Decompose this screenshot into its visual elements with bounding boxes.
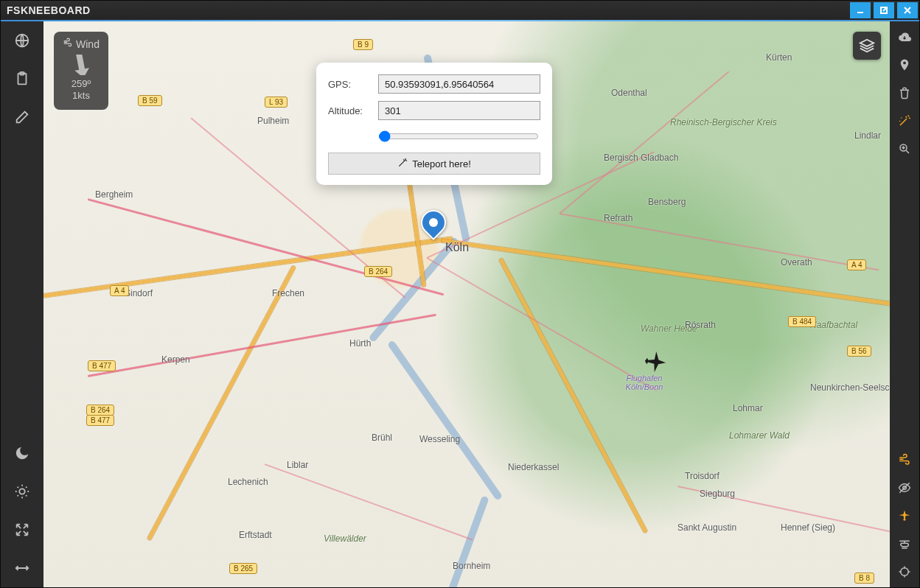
aircraft-icon: [642, 349, 669, 376]
route-badge: B 477: [86, 415, 114, 426]
route-badge: B 477: [88, 360, 116, 371]
gps-input[interactable]: [378, 74, 540, 94]
crosshair-icon[interactable]: [896, 564, 913, 580]
wind-toggle-icon[interactable]: [896, 452, 913, 468]
place-label: Lohmarer Wald: [729, 430, 790, 441]
minimize-button[interactable]: [850, 2, 871, 18]
route-badge: A 4: [110, 285, 129, 296]
route-badge: B 8: [854, 573, 874, 584]
place-label: Bergheim: [95, 189, 133, 200]
right-sidebar: [890, 21, 919, 587]
teleport-button[interactable]: Teleport here!: [328, 153, 540, 175]
app-window: FSKNEEBOARD: [0, 0, 920, 588]
gps-label: GPS:: [328, 79, 371, 90]
wind-arrow-icon: [66, 55, 96, 75]
place-label: Erftstadt: [239, 530, 272, 540]
place-label: Bergisch Gladbach: [604, 153, 678, 163]
helicopter-icon[interactable]: [896, 536, 913, 552]
plane-toggle-icon[interactable]: [896, 508, 913, 524]
magic-wand-icon: [397, 158, 408, 170]
place-label: Wesseling: [419, 434, 460, 444]
place-label: Lindlar: [854, 130, 881, 141]
place-label: Siegburg: [700, 489, 735, 499]
place-label: Pulheim: [257, 116, 289, 126]
map-pin-icon[interactable]: [896, 57, 913, 73]
city-label-koeln: Köln: [445, 241, 469, 254]
hresize-icon[interactable]: [13, 559, 31, 577]
place-label: Frechen: [272, 288, 304, 298]
app-title: FSKNEEBOARD: [7, 4, 91, 16]
pin-icon: [416, 205, 451, 240]
place-label: Sankt Augustin: [677, 522, 736, 533]
close-button[interactable]: [897, 2, 918, 18]
titlebar[interactable]: FSKNEEBOARD: [1, 1, 919, 21]
teleport-popup: GPS: Altitude: Teleport here!: [316, 63, 552, 185]
map[interactable]: Köln Flughafen Köln/Bonn BergheimPulheim…: [43, 21, 890, 587]
place-label: Rheinisch-Bergischer Kreis: [670, 117, 777, 127]
altitude-slider[interactable]: [378, 130, 539, 142]
place-label: Brühl: [372, 433, 392, 443]
place-label: Niederkassel: [508, 462, 559, 472]
place-label: Odenthal: [611, 88, 647, 98]
moon-icon[interactable]: [13, 444, 31, 462]
map-marker[interactable]: [421, 210, 447, 247]
place-label: Hennef (Sieg): [781, 522, 835, 533]
trash-icon[interactable]: [896, 85, 913, 101]
place-label: Overath: [781, 257, 812, 267]
svg-point-12: [901, 568, 909, 576]
place-label: Villewälder: [324, 533, 366, 544]
route-badge: B 59: [138, 95, 162, 106]
app-body: Köln Flughafen Köln/Bonn BergheimPulheim…: [1, 21, 919, 587]
clipboard-icon[interactable]: [13, 70, 31, 88]
altitude-input[interactable]: [378, 101, 540, 120]
place-label: Bornheim: [453, 561, 490, 571]
eye-off-icon[interactable]: [896, 480, 913, 496]
wind-direction: 259º: [58, 78, 104, 90]
expand-icon[interactable]: [13, 521, 31, 539]
airport-label: Flughafen Köln/Bonn: [618, 374, 670, 391]
place-label: Refrath: [604, 213, 632, 223]
cloud-download-icon[interactable]: [896, 29, 913, 45]
place-label: Naafbachtal: [810, 320, 857, 330]
route-badge: B 265: [229, 563, 257, 574]
zoom-in-icon[interactable]: [896, 141, 913, 157]
route-badge: B 484: [788, 316, 816, 327]
place-label: Liblar: [287, 460, 308, 470]
place-label: Bensberg: [648, 197, 686, 207]
place-label: Lechenich: [228, 477, 268, 487]
place-label: Lohmar: [733, 403, 763, 413]
route-badge: A 4: [847, 259, 866, 270]
teleport-button-label: Teleport here!: [412, 158, 471, 169]
place-label: Kerpen: [161, 354, 190, 365]
place-label: Rösrath: [685, 320, 716, 330]
globe-icon[interactable]: [13, 32, 31, 49]
route-badge: B 264: [86, 405, 114, 416]
route-badge: B 9: [353, 39, 373, 50]
popout-button[interactable]: [874, 2, 894, 18]
wind-widget: Wind 259º 1kts: [54, 32, 108, 110]
magic-wand-icon[interactable]: [896, 113, 913, 129]
route-badge: B 264: [364, 266, 392, 277]
route-badge: L 93: [265, 97, 288, 108]
wind-icon: [63, 38, 73, 50]
altitude-label: Altitude:: [328, 105, 371, 116]
wind-label: Wind: [76, 38, 100, 50]
place-label: Kürten: [766, 52, 792, 63]
edit-icon[interactable]: [13, 108, 31, 126]
place-label: Neunkirchen-Seelscheid: [810, 382, 890, 393]
layers-button[interactable]: [853, 32, 881, 60]
wind-speed: 1kts: [58, 90, 104, 102]
svg-point-8: [19, 489, 24, 494]
route-badge: B 56: [847, 346, 871, 357]
left-sidebar: [1, 21, 43, 587]
place-label: Troisdorf: [685, 471, 719, 481]
sun-icon[interactable]: [13, 483, 31, 500]
place-label: Hürth: [349, 338, 371, 349]
